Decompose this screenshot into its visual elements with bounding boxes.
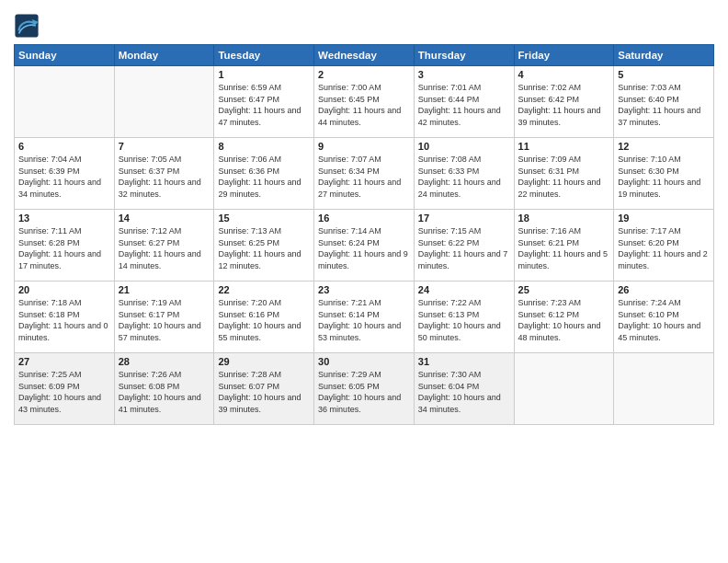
day-number: 18 xyxy=(518,213,610,224)
day-info: Sunrise: 7:03 AM Sunset: 6:40 PM Dayligh… xyxy=(618,82,710,128)
day-info: Sunrise: 7:19 AM Sunset: 6:17 PM Dayligh… xyxy=(119,297,210,343)
calendar-table: SundayMondayTuesdayWednesdayThursdayFrid… xyxy=(14,44,714,425)
calendar-cell: 27Sunrise: 7:25 AM Sunset: 6:09 PM Dayli… xyxy=(15,353,115,425)
day-info: Sunrise: 7:00 AM Sunset: 6:45 PM Dayligh… xyxy=(318,82,410,128)
day-number: 2 xyxy=(318,69,410,80)
calendar-cell: 3Sunrise: 7:01 AM Sunset: 6:44 PM Daylig… xyxy=(414,66,514,138)
calendar-cell xyxy=(114,66,214,138)
weekday-header-row: SundayMondayTuesdayWednesdayThursdayFrid… xyxy=(15,45,714,66)
day-info: Sunrise: 7:10 AM Sunset: 6:30 PM Dayligh… xyxy=(618,154,710,200)
header xyxy=(14,9,714,39)
calendar-cell: 4Sunrise: 7:02 AM Sunset: 6:42 PM Daylig… xyxy=(514,66,614,138)
day-info: Sunrise: 7:25 AM Sunset: 6:09 PM Dayligh… xyxy=(18,369,110,415)
day-number: 12 xyxy=(618,141,710,152)
day-number: 20 xyxy=(18,284,110,295)
day-number: 6 xyxy=(18,141,110,152)
day-number: 4 xyxy=(518,69,610,80)
calendar-cell: 11Sunrise: 7:09 AM Sunset: 6:31 PM Dayli… xyxy=(514,138,614,210)
day-number: 15 xyxy=(218,213,310,224)
calendar-cell: 1Sunrise: 6:59 AM Sunset: 6:47 PM Daylig… xyxy=(214,66,314,138)
day-number: 25 xyxy=(518,284,610,295)
day-number: 21 xyxy=(119,284,210,295)
day-number: 28 xyxy=(119,356,210,367)
day-number: 14 xyxy=(119,213,210,224)
day-number: 31 xyxy=(418,356,510,367)
day-number: 22 xyxy=(218,284,310,295)
calendar-cell: 28Sunrise: 7:26 AM Sunset: 6:08 PM Dayli… xyxy=(114,353,214,425)
day-number: 1 xyxy=(218,69,310,80)
calendar-week-row: 13Sunrise: 7:11 AM Sunset: 6:28 PM Dayli… xyxy=(15,210,714,282)
calendar-cell: 17Sunrise: 7:15 AM Sunset: 6:22 PM Dayli… xyxy=(414,210,514,282)
weekday-header-thursday: Thursday xyxy=(414,45,514,66)
logo xyxy=(14,13,43,39)
day-info: Sunrise: 7:22 AM Sunset: 6:13 PM Dayligh… xyxy=(418,297,510,343)
calendar-cell: 20Sunrise: 7:18 AM Sunset: 6:18 PM Dayli… xyxy=(15,282,115,353)
calendar-cell: 5Sunrise: 7:03 AM Sunset: 6:40 PM Daylig… xyxy=(614,66,714,138)
calendar-cell: 23Sunrise: 7:21 AM Sunset: 6:14 PM Dayli… xyxy=(314,282,415,353)
day-number: 11 xyxy=(518,141,610,152)
day-info: Sunrise: 7:07 AM Sunset: 6:34 PM Dayligh… xyxy=(318,154,410,200)
calendar-cell: 18Sunrise: 7:16 AM Sunset: 6:21 PM Dayli… xyxy=(514,210,614,282)
calendar-cell: 21Sunrise: 7:19 AM Sunset: 6:17 PM Dayli… xyxy=(114,282,214,353)
calendar-week-row: 6Sunrise: 7:04 AM Sunset: 6:39 PM Daylig… xyxy=(15,138,714,210)
calendar-cell xyxy=(614,353,714,425)
calendar-cell: 13Sunrise: 7:11 AM Sunset: 6:28 PM Dayli… xyxy=(15,210,115,282)
day-number: 7 xyxy=(119,141,210,152)
day-info: Sunrise: 7:01 AM Sunset: 6:44 PM Dayligh… xyxy=(418,82,510,128)
calendar-cell: 6Sunrise: 7:04 AM Sunset: 6:39 PM Daylig… xyxy=(15,138,115,210)
day-info: Sunrise: 7:14 AM Sunset: 6:24 PM Dayligh… xyxy=(318,225,410,271)
calendar-cell: 15Sunrise: 7:13 AM Sunset: 6:25 PM Dayli… xyxy=(214,210,314,282)
day-number: 3 xyxy=(418,69,510,80)
weekday-header-saturday: Saturday xyxy=(614,45,714,66)
weekday-header-tuesday: Tuesday xyxy=(214,45,314,66)
day-info: Sunrise: 7:17 AM Sunset: 6:20 PM Dayligh… xyxy=(618,225,710,271)
calendar-cell: 7Sunrise: 7:05 AM Sunset: 6:37 PM Daylig… xyxy=(114,138,214,210)
day-info: Sunrise: 7:21 AM Sunset: 6:14 PM Dayligh… xyxy=(318,297,410,343)
day-number: 23 xyxy=(318,284,410,295)
day-info: Sunrise: 7:20 AM Sunset: 6:16 PM Dayligh… xyxy=(218,297,310,343)
day-number: 10 xyxy=(418,141,510,152)
day-number: 29 xyxy=(218,356,310,367)
day-info: Sunrise: 6:59 AM Sunset: 6:47 PM Dayligh… xyxy=(218,82,310,128)
calendar-cell: 24Sunrise: 7:22 AM Sunset: 6:13 PM Dayli… xyxy=(414,282,514,353)
day-number: 19 xyxy=(618,213,710,224)
day-number: 24 xyxy=(418,284,510,295)
day-info: Sunrise: 7:28 AM Sunset: 6:07 PM Dayligh… xyxy=(218,369,310,415)
main-container: SundayMondayTuesdayWednesdayThursdayFrid… xyxy=(0,0,728,434)
day-info: Sunrise: 7:08 AM Sunset: 6:33 PM Dayligh… xyxy=(418,154,510,200)
calendar-cell: 26Sunrise: 7:24 AM Sunset: 6:10 PM Dayli… xyxy=(614,282,714,353)
calendar-cell: 8Sunrise: 7:06 AM Sunset: 6:36 PM Daylig… xyxy=(214,138,314,210)
day-info: Sunrise: 7:09 AM Sunset: 6:31 PM Dayligh… xyxy=(518,154,610,200)
day-number: 26 xyxy=(618,284,710,295)
day-number: 5 xyxy=(618,69,710,80)
calendar-cell: 9Sunrise: 7:07 AM Sunset: 6:34 PM Daylig… xyxy=(314,138,415,210)
calendar-week-row: 1Sunrise: 6:59 AM Sunset: 6:47 PM Daylig… xyxy=(15,66,714,138)
calendar-cell: 10Sunrise: 7:08 AM Sunset: 6:33 PM Dayli… xyxy=(414,138,514,210)
day-info: Sunrise: 7:06 AM Sunset: 6:36 PM Dayligh… xyxy=(218,154,310,200)
weekday-header-wednesday: Wednesday xyxy=(314,45,415,66)
calendar-cell: 2Sunrise: 7:00 AM Sunset: 6:45 PM Daylig… xyxy=(314,66,415,138)
calendar-cell xyxy=(514,353,614,425)
calendar-cell: 31Sunrise: 7:30 AM Sunset: 6:04 PM Dayli… xyxy=(414,353,514,425)
weekday-header-friday: Friday xyxy=(514,45,614,66)
day-info: Sunrise: 7:30 AM Sunset: 6:04 PM Dayligh… xyxy=(418,369,510,415)
day-number: 9 xyxy=(318,141,410,152)
calendar-week-row: 20Sunrise: 7:18 AM Sunset: 6:18 PM Dayli… xyxy=(15,282,714,353)
day-number: 27 xyxy=(18,356,110,367)
calendar-week-row: 27Sunrise: 7:25 AM Sunset: 6:09 PM Dayli… xyxy=(15,353,714,425)
calendar-cell: 25Sunrise: 7:23 AM Sunset: 6:12 PM Dayli… xyxy=(514,282,614,353)
calendar-cell: 19Sunrise: 7:17 AM Sunset: 6:20 PM Dayli… xyxy=(614,210,714,282)
logo-icon xyxy=(14,13,40,39)
calendar-cell: 22Sunrise: 7:20 AM Sunset: 6:16 PM Dayli… xyxy=(214,282,314,353)
day-number: 16 xyxy=(318,213,410,224)
day-info: Sunrise: 7:13 AM Sunset: 6:25 PM Dayligh… xyxy=(218,225,310,271)
day-info: Sunrise: 7:26 AM Sunset: 6:08 PM Dayligh… xyxy=(119,369,210,415)
calendar-cell xyxy=(15,66,115,138)
day-number: 13 xyxy=(18,213,110,224)
day-info: Sunrise: 7:24 AM Sunset: 6:10 PM Dayligh… xyxy=(618,297,710,343)
day-info: Sunrise: 7:29 AM Sunset: 6:05 PM Dayligh… xyxy=(318,369,410,415)
day-number: 17 xyxy=(418,213,510,224)
calendar-cell: 16Sunrise: 7:14 AM Sunset: 6:24 PM Dayli… xyxy=(314,210,415,282)
day-info: Sunrise: 7:18 AM Sunset: 6:18 PM Dayligh… xyxy=(18,297,110,343)
weekday-header-sunday: Sunday xyxy=(15,45,115,66)
